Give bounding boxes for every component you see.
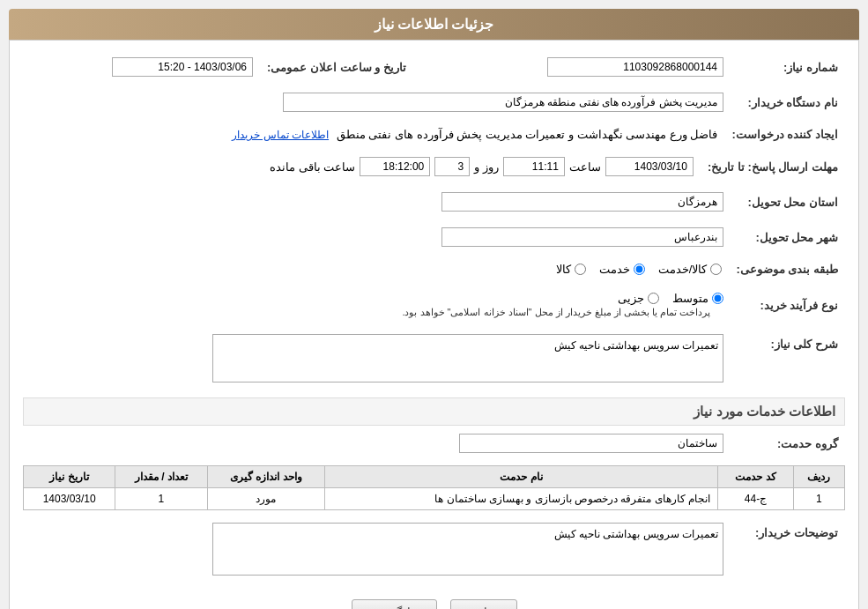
- need-number-value-cell: 1103092868000144: [440, 54, 731, 80]
- city-input: بندرعباس: [441, 227, 723, 247]
- table-header-row: ردیف کد حدمت نام حدمت واحد اندازه گیری ت…: [24, 466, 845, 488]
- need-desc-value-cell: تعمیرات سرویس بهداشتی ناحیه کیش: [23, 330, 731, 389]
- category-radio-group: کالا/خدمت خدمت کالا: [30, 263, 722, 276]
- buyer-desc-value-cell: تعمیرات سرویس بهداشتی ناحیه کیش: [23, 519, 731, 582]
- date-value-cell: 1403/03/10 ساعت 11:11 روز و 3 18:12:00 س…: [23, 153, 701, 180]
- table-row: 1 ج-44 انجام کارهای متفرقه درخصوص بازساز…: [24, 488, 845, 510]
- table-header: ردیف کد حدمت نام حدمت واحد اندازه گیری ت…: [24, 466, 845, 488]
- col-qty: تعداد / مقدار: [115, 466, 207, 488]
- services-section-header: اطلاعات خدمات مورد نیاز: [23, 397, 845, 426]
- category-radio-kala[interactable]: [575, 264, 586, 275]
- page-title: جزئیات اطلاعات نیاز: [9, 9, 859, 40]
- category-radio-kala-khedmat[interactable]: [710, 264, 722, 275]
- back-button[interactable]: بازگشت: [352, 599, 437, 609]
- purchase-type-label: نوع فرآیند خرید:: [731, 288, 845, 322]
- need-number-label: شماره نیاز:: [731, 54, 845, 80]
- group-service-label: گروه حدمت:: [731, 430, 845, 457]
- requester-link[interactable]: اطلاعات تماس خریدار: [232, 129, 329, 141]
- cell-date: 1403/03/10: [24, 488, 115, 510]
- cell-name: انجام کارهای متفرقه درخصوص بازسازی و بهس…: [325, 488, 718, 510]
- info-table-top: شماره نیاز: 1103092868000144 تاریخ و ساع…: [23, 54, 845, 80]
- group-service-value-cell: ساختمان: [23, 430, 731, 457]
- col-unit: واحد اندازه گیری: [207, 466, 325, 488]
- info-table-description: شرح کلی نیاز: تعمیرات سرویس بهداشتی ناحی…: [23, 330, 845, 389]
- info-table-buyer: نام دستگاه خریدار: مدیریت پخش فرآورده ها…: [23, 89, 845, 115]
- city-label: شهر محل تحویل:: [731, 224, 845, 250]
- purchase-type-label-motavaset: متوسط: [672, 292, 708, 305]
- info-table-city: شهر محل تحویل: بندرعباس: [23, 224, 845, 250]
- purchase-type-note: پرداخت تمام یا بخشی از مبلغ خریدار از مح…: [402, 307, 710, 317]
- date-row: 1403/03/10 ساعت 11:11 روز و 3 18:12:00 س…: [30, 157, 694, 176]
- group-service-input: ساختمان: [459, 434, 723, 453]
- info-table-category: طبقه بندی موضوعی: کالا/خدمت خدمت: [23, 259, 845, 279]
- col-code: کد حدمت: [718, 466, 794, 488]
- services-title: اطلاعات خدمات مورد نیاز: [694, 404, 835, 419]
- buyer-desc-textarea[interactable]: تعمیرات سرویس بهداشتی ناحیه کیش: [212, 523, 723, 576]
- info-table-province: استان محل تحویل: هرمزگان: [23, 189, 845, 215]
- services-data-table: ردیف کد حدمت نام حدمت واحد اندازه گیری ت…: [23, 465, 845, 510]
- date-label: مهلت ارسال پاسخ: تا تاریخ:: [701, 153, 845, 180]
- announce-date-value-cell: 1403/03/06 - 15:20: [23, 54, 260, 80]
- page-wrapper: جزئیات اطلاعات نیاز شماره نیاز: 11030928…: [0, 0, 868, 609]
- province-input: هرمزگان: [441, 192, 723, 212]
- need-desc-label: شرح کلی نیاز:: [731, 330, 845, 389]
- button-row: چاپ بازگشت: [23, 599, 845, 609]
- purchase-type-radio-jozi[interactable]: [648, 293, 659, 304]
- title-text: جزئیات اطلاعات نیاز: [375, 17, 494, 32]
- date-input: 1403/03/10: [605, 157, 694, 176]
- info-table-requester: ایجاد کننده درخواست: فاضل ورع مهندسی نگه…: [23, 124, 845, 145]
- requester-value-cell: فاضل ورع مهندسی نگهداشت و تعمیرات مدیریت…: [23, 124, 724, 145]
- province-value-cell: هرمزگان: [23, 189, 731, 215]
- buyer-org-label: نام دستگاه خریدار:: [731, 89, 845, 115]
- province-label: استان محل تحویل:: [731, 189, 845, 215]
- col-row: ردیف: [793, 466, 844, 488]
- buyer-org-input: مدیریت پخش فرآورده های نفتی منطقه هرمزگا…: [283, 93, 723, 112]
- purchase-type-radio-group: متوسط جزیی: [30, 292, 723, 305]
- info-table-group-service: گروه حدمت: ساختمان: [23, 430, 845, 457]
- category-label-kala-khedmat: کالا/خدمت: [658, 263, 708, 276]
- requester-text: فاضل ورع مهندسی نگهداشت و تعمیرات مدیریت…: [337, 128, 718, 141]
- purchase-type-radio-motavaset[interactable]: [712, 293, 723, 304]
- category-option-khedmat[interactable]: خدمت: [599, 263, 645, 276]
- info-table-buyer-desc: توضیحات خریدار: تعمیرات سرویس بهداشتی نا…: [23, 519, 845, 582]
- remaining-time-input: 18:12:00: [360, 157, 430, 176]
- purchase-type-option-motavaset[interactable]: متوسط: [672, 292, 723, 305]
- cell-qty: 1: [115, 488, 207, 510]
- buyer-org-value-cell: مدیریت پخش فرآورده های نفتی منطقه هرمزگا…: [23, 89, 731, 115]
- col-name: نام حدمت: [325, 466, 718, 488]
- day-input: 3: [434, 157, 470, 176]
- category-option-kala[interactable]: کالا: [556, 263, 586, 276]
- col-date: تاریخ نیاز: [24, 466, 115, 488]
- need-desc-textarea[interactable]: تعمیرات سرویس بهداشتی ناحیه کیش: [212, 334, 723, 382]
- category-radio-khedmat[interactable]: [634, 264, 645, 275]
- buyer-desc-label: توضیحات خریدار:: [731, 519, 845, 582]
- remaining-label: ساعت باقی مانده: [270, 160, 355, 174]
- main-content: شماره نیاز: 1103092868000144 تاریخ و ساع…: [9, 40, 859, 609]
- info-table-date: مهلت ارسال پاسخ: تا تاریخ: 1403/03/10 سا…: [23, 153, 845, 180]
- category-label: طبقه بندی موضوعی:: [729, 259, 845, 279]
- table-body: 1 ج-44 انجام کارهای متفرقه درخصوص بازساز…: [24, 488, 845, 510]
- purchase-type-option-jozi[interactable]: جزیی: [618, 292, 659, 305]
- announce-date-label: تاریخ و ساعت اعلان عمومی:: [260, 54, 413, 80]
- need-number-input: 1103092868000144: [547, 57, 723, 77]
- purchase-type-value-cell: متوسط جزیی پرداخت تمام یا بخشی از مبلغ خ…: [23, 288, 731, 322]
- category-label-kala: کالا: [556, 263, 571, 276]
- cell-row: 1: [793, 488, 844, 510]
- city-value-cell: بندرعباس: [23, 224, 731, 250]
- time-input: 11:11: [503, 157, 565, 176]
- category-option-kala-khedmat[interactable]: کالا/خدمت: [658, 263, 723, 276]
- category-value-cell: کالا/خدمت خدمت کالا: [23, 259, 729, 279]
- purchase-type-label-jozi: جزیی: [618, 292, 644, 305]
- requester-label: ایجاد کننده درخواست:: [724, 124, 845, 145]
- time-label: ساعت: [569, 160, 601, 174]
- announce-date-input: 1403/03/06 - 15:20: [112, 57, 253, 77]
- print-button[interactable]: چاپ: [450, 599, 517, 609]
- category-label-khedmat: خدمت: [599, 263, 630, 276]
- info-table-purchase: نوع فرآیند خرید: متوسط جزیی پرداخت تمام: [23, 288, 845, 322]
- cell-unit: مورد: [207, 488, 325, 510]
- day-label: روز و: [474, 160, 499, 174]
- cell-code: ج-44: [718, 488, 794, 510]
